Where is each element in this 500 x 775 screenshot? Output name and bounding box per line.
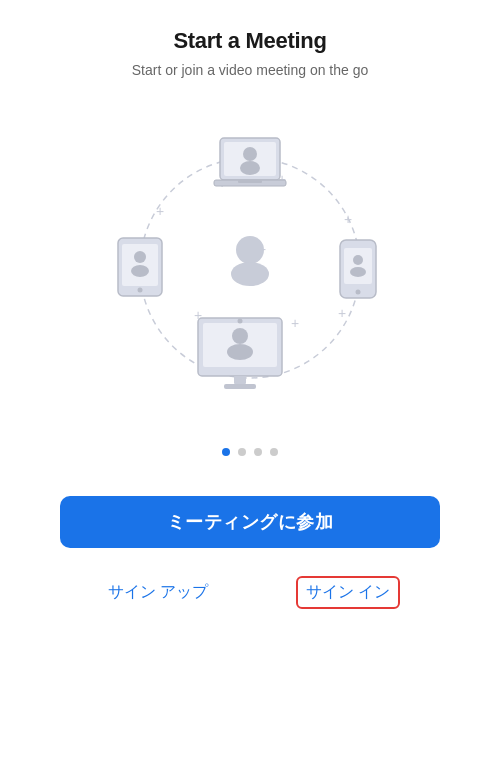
page-dots — [222, 448, 278, 456]
page-subtitle: Start or join a video meeting on the go — [132, 62, 369, 78]
svg-rect-30 — [234, 376, 246, 384]
svg-point-28 — [227, 344, 253, 360]
dot-2 — [238, 448, 246, 456]
svg-rect-21 — [344, 248, 372, 284]
svg-point-22 — [353, 255, 363, 265]
illustration: + + + + + + + + — [90, 108, 410, 428]
svg-point-27 — [232, 328, 248, 344]
svg-point-23 — [350, 267, 366, 277]
dot-4 — [270, 448, 278, 456]
svg-point-19 — [138, 288, 143, 293]
svg-text:+: + — [338, 305, 346, 321]
svg-text:+: + — [291, 315, 299, 331]
dot-3 — [254, 448, 262, 456]
bottom-links: サイン アップ サイン イン — [60, 576, 440, 609]
svg-point-24 — [356, 290, 361, 295]
svg-rect-31 — [224, 384, 256, 389]
signin-button-wrapper: サイン イン — [296, 576, 400, 609]
svg-point-11 — [243, 147, 257, 161]
svg-point-29 — [238, 319, 243, 324]
svg-text:+: + — [344, 211, 352, 227]
signup-button[interactable]: サイン アップ — [100, 578, 216, 607]
signin-button[interactable]: サイン イン — [306, 582, 390, 603]
join-meeting-button[interactable]: ミーティングに参加 — [60, 496, 440, 548]
page-title: Start a Meeting — [132, 28, 369, 54]
svg-point-32 — [236, 236, 264, 264]
dot-1 — [222, 448, 230, 456]
svg-point-17 — [134, 251, 146, 263]
page-header: Start a Meeting Start or join a video me… — [132, 28, 369, 78]
svg-text:+: + — [156, 203, 164, 219]
svg-point-33 — [231, 262, 269, 286]
svg-point-12 — [240, 161, 260, 175]
svg-rect-14 — [238, 180, 262, 183]
svg-point-18 — [131, 265, 149, 277]
